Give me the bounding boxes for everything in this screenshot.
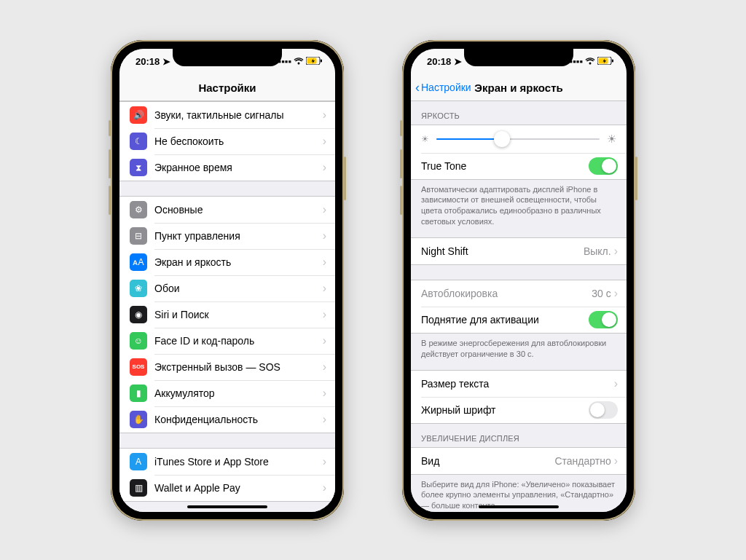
svg-rect-5	[612, 60, 613, 63]
brightness-slider[interactable]	[436, 138, 600, 140]
truetone-label: True Tone	[421, 160, 589, 172]
settings-row[interactable]: 🔊Звуки, тактильные сигналы›	[119, 102, 335, 128]
chevron-right-icon: ›	[323, 482, 326, 494]
raisetowake-label: Поднятие для активации	[421, 314, 589, 326]
settings-row[interactable]: ▥Wallet и Apple Pay›	[119, 475, 335, 501]
settings-row[interactable]: ▮Аккумулятор›	[119, 380, 335, 406]
settings-row-label: Wallet и Apple Pay	[154, 482, 323, 494]
view-label: Вид	[421, 455, 554, 467]
nav-bar: ‹ Настройки Экран и яркость	[411, 75, 627, 101]
nightshift-row[interactable]: Night Shift Выкл. ›	[411, 238, 627, 264]
settings-row-label: Экранное время	[154, 162, 323, 173]
battery-icon	[597, 56, 613, 67]
raisetowake-switch[interactable]	[589, 311, 618, 328]
chevron-right-icon: ›	[323, 256, 326, 268]
home-indicator[interactable]	[187, 505, 267, 508]
chevron-right-icon: ›	[614, 245, 618, 257]
chevron-right-icon: ›	[323, 387, 326, 399]
svg-rect-2	[321, 60, 322, 63]
truetone-switch[interactable]	[589, 157, 618, 175]
status-time: 20:18	[427, 56, 451, 67]
chevron-right-icon: ›	[323, 361, 326, 373]
page-title: Настройки	[198, 82, 256, 94]
wallpaper-icon: ❀	[130, 280, 147, 297]
chevron-right-icon: ›	[614, 288, 618, 299]
settings-row-label: Экстренный вызов — SOS	[154, 361, 323, 373]
chevron-right-icon: ›	[323, 204, 326, 216]
zoom-header: УВЕЛИЧЕНИЕ ДИСПЛЕЯ	[411, 424, 627, 447]
brightness-slider-cell: ☀ ☀	[411, 125, 627, 153]
boldtext-switch[interactable]	[589, 401, 618, 419]
settings-row[interactable]: ⚙Основные›	[119, 197, 335, 223]
svg-rect-1	[307, 58, 317, 64]
battery-icon: ▮	[130, 384, 147, 402]
dnd-icon: ☾	[130, 133, 147, 150]
brightness-high-icon: ☀	[607, 133, 616, 146]
nightshift-value: Выкл.	[584, 245, 611, 257]
truetone-footer: Автоматически адаптировать дисплей iPhon…	[411, 180, 627, 229]
settings-row-label: iTunes Store и App Store	[154, 456, 323, 468]
settings-row-label: Аккумулятор	[154, 387, 323, 399]
home-indicator[interactable]	[479, 505, 559, 508]
settings-row[interactable]: ◉Siri и Поиск›	[119, 301, 335, 328]
autolock-label: Автоблокировка	[421, 288, 592, 299]
phone-right: 20:18 ➤ ▪▪▪▪ ‹ Настройки Экран и яркость	[402, 40, 635, 521]
settings-row-label: Конфиденциальность	[154, 414, 323, 425]
boldtext-row: Жирный шрифт	[411, 397, 627, 423]
truetone-row: True Tone	[411, 153, 627, 179]
textsize-row[interactable]: Размер текста ›	[411, 371, 627, 397]
brightness-header: ЯРКОСТЬ	[411, 101, 627, 125]
display-settings[interactable]: ЯРКОСТЬ ☀ ☀ True Tone	[411, 101, 627, 512]
autolock-value: 30 с	[592, 288, 610, 299]
faceid-icon: ☺	[130, 332, 147, 350]
status-time: 20:18	[136, 56, 160, 67]
chevron-right-icon: ›	[323, 414, 326, 425]
chevron-right-icon: ›	[323, 162, 326, 173]
settings-row[interactable]: ⧗Экранное время›	[119, 154, 335, 181]
settings-row[interactable]: ⊟Пункт управления›	[119, 223, 335, 249]
chevron-left-icon: ‹	[415, 80, 420, 95]
chevron-right-icon: ›	[323, 135, 326, 147]
back-button[interactable]: ‹ Настройки	[415, 80, 471, 95]
autolock-footer: В режиме энергосбережения для автоблокир…	[411, 334, 627, 361]
page-title: Экран и яркость	[474, 82, 562, 94]
nav-bar: Настройки	[119, 75, 335, 101]
settings-row-label: Siri и Поиск	[154, 309, 323, 320]
chevron-right-icon: ›	[323, 283, 326, 294]
settings-row[interactable]: ❀Обои›	[119, 275, 335, 301]
general-icon: ⚙	[130, 201, 147, 218]
settings-row[interactable]: ᴀAЭкран и яркость›	[119, 249, 335, 275]
display-icon: ᴀA	[130, 253, 147, 271]
wallet-icon: ▥	[130, 479, 147, 497]
settings-row-label: Не беспокоить	[154, 135, 323, 147]
settings-row[interactable]: ✋Конфиденциальность›	[119, 406, 335, 433]
settings-row[interactable]: AiTunes Store и App Store›	[119, 449, 335, 475]
brightness-low-icon: ☀	[421, 134, 429, 144]
settings-row[interactable]: SOSЭкстренный вызов — SOS›	[119, 354, 335, 380]
boldtext-label: Жирный шрифт	[421, 404, 589, 416]
nightshift-label: Night Shift	[421, 245, 584, 257]
view-row[interactable]: Вид Стандартно ›	[411, 448, 627, 474]
appstore-icon: A	[130, 453, 147, 470]
settings-row-label: Пункт управления	[154, 230, 323, 242]
chevron-right-icon: ›	[323, 230, 326, 242]
settings-row[interactable]: ☾Не беспокоить›	[119, 128, 335, 154]
wifi-icon	[585, 56, 595, 67]
notch	[464, 49, 573, 66]
view-value: Стандартно	[554, 455, 610, 467]
sos-icon: SOS	[130, 358, 147, 376]
settings-list[interactable]: 🔊Звуки, тактильные сигналы›☾Не беспокоит…	[119, 101, 335, 512]
chevron-right-icon: ›	[323, 335, 326, 347]
privacy-icon: ✋	[130, 411, 147, 428]
raisetowake-row: Поднятие для активации	[411, 307, 627, 333]
chevron-right-icon: ›	[323, 309, 326, 320]
settings-row-label: Обои	[154, 283, 323, 294]
settings-row[interactable]: ☺Face ID и код-пароль›	[119, 328, 335, 354]
notch	[173, 49, 282, 66]
autolock-row[interactable]: Автоблокировка 30 с ›	[411, 280, 627, 307]
phone-left: 20:18 ➤ ▪▪▪▪ Настройки 🔊Звуки, тактильны…	[111, 40, 344, 521]
settings-row-label: Звуки, тактильные сигналы	[154, 109, 323, 121]
location-icon: ➤	[162, 56, 170, 67]
settings-row-label: Основные	[154, 204, 323, 216]
chevron-right-icon: ›	[323, 109, 326, 121]
